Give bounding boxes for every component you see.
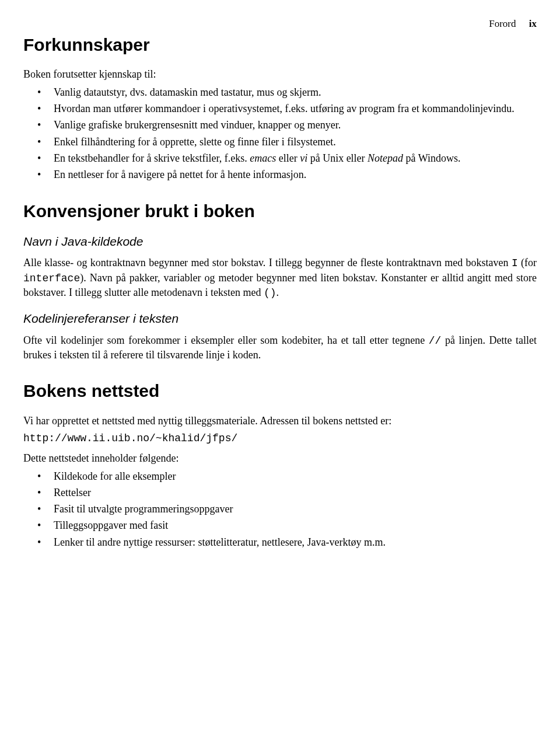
list-item: En tekstbehandler for å skrive tekstfile… (23, 151, 537, 165)
prerequisites-list: Vanlig datautstyr, dvs. datamaskin med t… (23, 85, 537, 182)
list-item: En nettleser for å navigere på nettet fo… (23, 167, 537, 181)
subheading-kodelinjeref: Kodelinjereferanser i teksten (23, 310, 537, 327)
running-header: Forord ix (23, 18, 537, 31)
running-title: Forord (489, 18, 516, 29)
section-heading-forkunnskaper: Forkunnskaper (23, 33, 537, 57)
list-item: Vanlige grafiske brukergrensesnitt med v… (23, 118, 537, 132)
list-item: Enkel filhåndtering for å opprette, slet… (23, 135, 537, 149)
list-item: Tilleggsoppgaver med fasit (23, 518, 537, 532)
list-item: Hvordan man utfører kommandoer i operati… (23, 102, 537, 116)
paragraph: Ofte vil kodelinjer som forekommer i eks… (23, 333, 537, 362)
intro-text: Boken forutsetter kjennskap til: (23, 67, 537, 81)
section-heading-nettsted: Bokens nettsted (23, 379, 537, 403)
list-item: Lenker til andre nyttige ressurser: støt… (23, 535, 537, 549)
paragraph: Dette nettstedet inneholder følgende: (23, 451, 537, 465)
list-item: Fasit til utvalgte programmeringsoppgave… (23, 502, 537, 516)
website-contents-list: Kildekode for alle eksempler Rettelser F… (23, 469, 537, 549)
list-item: Vanlig datautstyr, dvs. datamaskin med t… (23, 85, 537, 99)
url-text: http://www.ii.uib.no/~khalid/jfps/ (23, 431, 537, 445)
page-number: ix (529, 18, 537, 29)
subheading-navn-kildekode: Navn i Java-kildekode (23, 233, 537, 250)
list-item: Rettelser (23, 486, 537, 500)
list-item: Kildekode for alle eksempler (23, 469, 537, 483)
section-heading-konvensjoner: Konvensjoner brukt i boken (23, 200, 537, 224)
paragraph: Alle klasse- og kontraktnavn begynner me… (23, 256, 537, 300)
paragraph: Vi har opprettet et nettsted med nyttig … (23, 414, 537, 428)
